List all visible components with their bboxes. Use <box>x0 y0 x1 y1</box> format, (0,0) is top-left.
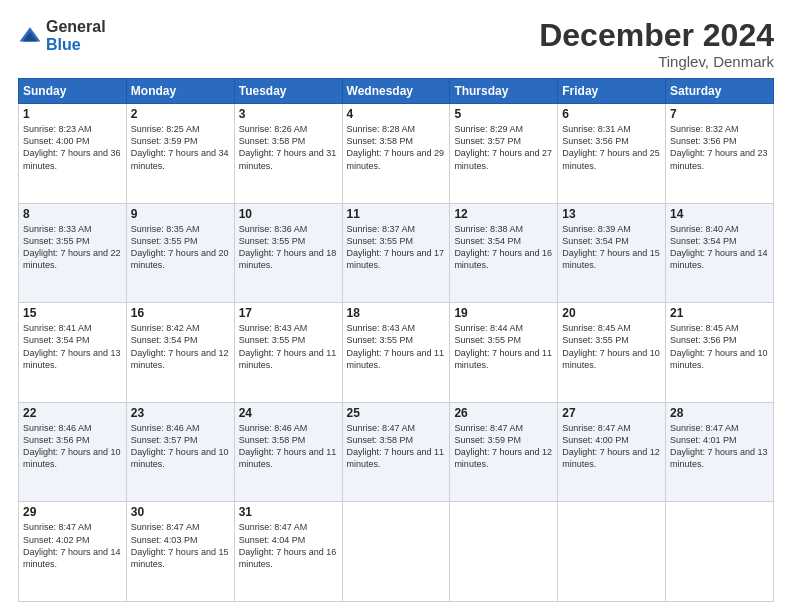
day-cell: 1Sunrise: 8:23 AMSunset: 4:00 PMDaylight… <box>19 104 127 204</box>
day-cell: 31Sunrise: 8:47 AMSunset: 4:04 PMDayligh… <box>234 502 342 602</box>
day-info: Sunrise: 8:25 AMSunset: 3:59 PMDaylight:… <box>131 124 229 170</box>
logo-general: General <box>46 18 106 35</box>
day-number: 9 <box>131 207 230 221</box>
day-number: 19 <box>454 306 553 320</box>
day-number: 21 <box>670 306 769 320</box>
day-info: Sunrise: 8:43 AMSunset: 3:55 PMDaylight:… <box>239 323 337 369</box>
day-cell: 25Sunrise: 8:47 AMSunset: 3:58 PMDayligh… <box>342 402 450 502</box>
day-number: 15 <box>23 306 122 320</box>
day-number: 31 <box>239 505 338 519</box>
day-cell: 26Sunrise: 8:47 AMSunset: 3:59 PMDayligh… <box>450 402 558 502</box>
day-number: 4 <box>347 107 446 121</box>
day-number: 13 <box>562 207 661 221</box>
day-number: 25 <box>347 406 446 420</box>
day-number: 20 <box>562 306 661 320</box>
day-number: 26 <box>454 406 553 420</box>
col-friday: Friday <box>558 79 666 104</box>
day-info: Sunrise: 8:37 AMSunset: 3:55 PMDaylight:… <box>347 224 445 270</box>
day-cell: 8Sunrise: 8:33 AMSunset: 3:55 PMDaylight… <box>19 203 127 303</box>
day-cell: 6Sunrise: 8:31 AMSunset: 3:56 PMDaylight… <box>558 104 666 204</box>
day-cell: 11Sunrise: 8:37 AMSunset: 3:55 PMDayligh… <box>342 203 450 303</box>
day-cell: 7Sunrise: 8:32 AMSunset: 3:56 PMDaylight… <box>666 104 774 204</box>
col-wednesday: Wednesday <box>342 79 450 104</box>
day-number: 14 <box>670 207 769 221</box>
day-info: Sunrise: 8:45 AMSunset: 3:55 PMDaylight:… <box>562 323 660 369</box>
day-number: 18 <box>347 306 446 320</box>
day-info: Sunrise: 8:38 AMSunset: 3:54 PMDaylight:… <box>454 224 552 270</box>
day-cell: 14Sunrise: 8:40 AMSunset: 3:54 PMDayligh… <box>666 203 774 303</box>
day-cell: 13Sunrise: 8:39 AMSunset: 3:54 PMDayligh… <box>558 203 666 303</box>
day-number: 7 <box>670 107 769 121</box>
day-cell <box>450 502 558 602</box>
logo-blue: Blue <box>46 36 81 53</box>
day-cell: 3Sunrise: 8:26 AMSunset: 3:58 PMDaylight… <box>234 104 342 204</box>
title-block: December 2024 Tinglev, Denmark <box>539 18 774 70</box>
day-info: Sunrise: 8:35 AMSunset: 3:55 PMDaylight:… <box>131 224 229 270</box>
day-info: Sunrise: 8:32 AMSunset: 3:56 PMDaylight:… <box>670 124 768 170</box>
day-cell: 2Sunrise: 8:25 AMSunset: 3:59 PMDaylight… <box>126 104 234 204</box>
day-info: Sunrise: 8:33 AMSunset: 3:55 PMDaylight:… <box>23 224 121 270</box>
day-info: Sunrise: 8:46 AMSunset: 3:58 PMDaylight:… <box>239 423 337 469</box>
col-sunday: Sunday <box>19 79 127 104</box>
day-number: 6 <box>562 107 661 121</box>
day-info: Sunrise: 8:23 AMSunset: 4:00 PMDaylight:… <box>23 124 121 170</box>
day-number: 28 <box>670 406 769 420</box>
day-info: Sunrise: 8:41 AMSunset: 3:54 PMDaylight:… <box>23 323 121 369</box>
week-row-5: 29Sunrise: 8:47 AMSunset: 4:02 PMDayligh… <box>19 502 774 602</box>
day-info: Sunrise: 8:42 AMSunset: 3:54 PMDaylight:… <box>131 323 229 369</box>
day-number: 17 <box>239 306 338 320</box>
day-cell: 16Sunrise: 8:42 AMSunset: 3:54 PMDayligh… <box>126 303 234 403</box>
col-tuesday: Tuesday <box>234 79 342 104</box>
day-number: 12 <box>454 207 553 221</box>
day-info: Sunrise: 8:36 AMSunset: 3:55 PMDaylight:… <box>239 224 337 270</box>
day-cell: 10Sunrise: 8:36 AMSunset: 3:55 PMDayligh… <box>234 203 342 303</box>
day-info: Sunrise: 8:47 AMSunset: 3:59 PMDaylight:… <box>454 423 552 469</box>
col-saturday: Saturday <box>666 79 774 104</box>
day-cell: 5Sunrise: 8:29 AMSunset: 3:57 PMDaylight… <box>450 104 558 204</box>
day-info: Sunrise: 8:26 AMSunset: 3:58 PMDaylight:… <box>239 124 337 170</box>
day-cell: 18Sunrise: 8:43 AMSunset: 3:55 PMDayligh… <box>342 303 450 403</box>
day-info: Sunrise: 8:31 AMSunset: 3:56 PMDaylight:… <box>562 124 660 170</box>
location: Tinglev, Denmark <box>539 53 774 70</box>
day-number: 8 <box>23 207 122 221</box>
day-info: Sunrise: 8:47 AMSunset: 3:58 PMDaylight:… <box>347 423 445 469</box>
day-cell: 17Sunrise: 8:43 AMSunset: 3:55 PMDayligh… <box>234 303 342 403</box>
day-number: 5 <box>454 107 553 121</box>
day-info: Sunrise: 8:45 AMSunset: 3:56 PMDaylight:… <box>670 323 768 369</box>
day-cell: 15Sunrise: 8:41 AMSunset: 3:54 PMDayligh… <box>19 303 127 403</box>
day-number: 1 <box>23 107 122 121</box>
header-row: Sunday Monday Tuesday Wednesday Thursday… <box>19 79 774 104</box>
logo: General Blue <box>18 18 106 54</box>
day-cell: 23Sunrise: 8:46 AMSunset: 3:57 PMDayligh… <box>126 402 234 502</box>
week-row-3: 15Sunrise: 8:41 AMSunset: 3:54 PMDayligh… <box>19 303 774 403</box>
day-cell: 9Sunrise: 8:35 AMSunset: 3:55 PMDaylight… <box>126 203 234 303</box>
day-cell: 12Sunrise: 8:38 AMSunset: 3:54 PMDayligh… <box>450 203 558 303</box>
day-info: Sunrise: 8:47 AMSunset: 4:00 PMDaylight:… <box>562 423 660 469</box>
calendar-page: General Blue December 2024 Tinglev, Denm… <box>0 0 792 612</box>
day-info: Sunrise: 8:47 AMSunset: 4:02 PMDaylight:… <box>23 522 121 568</box>
day-number: 23 <box>131 406 230 420</box>
day-number: 30 <box>131 505 230 519</box>
month-title: December 2024 <box>539 18 774 53</box>
col-monday: Monday <box>126 79 234 104</box>
header: General Blue December 2024 Tinglev, Denm… <box>18 18 774 70</box>
day-cell: 30Sunrise: 8:47 AMSunset: 4:03 PMDayligh… <box>126 502 234 602</box>
day-cell: 4Sunrise: 8:28 AMSunset: 3:58 PMDaylight… <box>342 104 450 204</box>
day-number: 2 <box>131 107 230 121</box>
day-info: Sunrise: 8:29 AMSunset: 3:57 PMDaylight:… <box>454 124 552 170</box>
day-info: Sunrise: 8:47 AMSunset: 4:03 PMDaylight:… <box>131 522 229 568</box>
day-info: Sunrise: 8:28 AMSunset: 3:58 PMDaylight:… <box>347 124 445 170</box>
week-row-4: 22Sunrise: 8:46 AMSunset: 3:56 PMDayligh… <box>19 402 774 502</box>
day-cell: 20Sunrise: 8:45 AMSunset: 3:55 PMDayligh… <box>558 303 666 403</box>
day-cell: 19Sunrise: 8:44 AMSunset: 3:55 PMDayligh… <box>450 303 558 403</box>
day-cell: 29Sunrise: 8:47 AMSunset: 4:02 PMDayligh… <box>19 502 127 602</box>
day-number: 24 <box>239 406 338 420</box>
day-cell <box>342 502 450 602</box>
week-row-1: 1Sunrise: 8:23 AMSunset: 4:00 PMDaylight… <box>19 104 774 204</box>
day-info: Sunrise: 8:44 AMSunset: 3:55 PMDaylight:… <box>454 323 552 369</box>
day-info: Sunrise: 8:39 AMSunset: 3:54 PMDaylight:… <box>562 224 660 270</box>
col-thursday: Thursday <box>450 79 558 104</box>
day-cell <box>666 502 774 602</box>
day-cell: 28Sunrise: 8:47 AMSunset: 4:01 PMDayligh… <box>666 402 774 502</box>
day-info: Sunrise: 8:47 AMSunset: 4:01 PMDaylight:… <box>670 423 768 469</box>
